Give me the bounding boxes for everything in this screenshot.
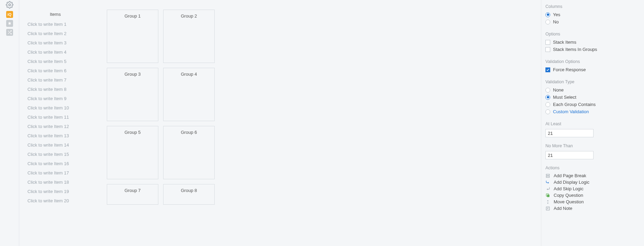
stack-items-in-groups-checkbox[interactable]: Stack Items In Groups (545, 46, 644, 53)
copy-icon (545, 193, 550, 198)
items-header: Items (26, 10, 84, 20)
section-options: Options (545, 32, 644, 36)
validation-each-group-radio[interactable]: Each Group Contains (545, 101, 644, 108)
columns-yes-radio[interactable]: Yes (545, 11, 644, 18)
group-label: Group 4 (181, 72, 197, 121)
group-label: Group 8 (181, 188, 197, 204)
section-actions: Actions (545, 165, 644, 170)
group-box[interactable]: Group 3 (107, 68, 158, 121)
radio-icon (545, 12, 550, 17)
list-item[interactable]: Click to write Item 2 (26, 29, 84, 38)
radio-label: Each Group Contains (553, 102, 596, 107)
list-item[interactable]: Click to write Item 8 (26, 85, 84, 94)
checkbox-label: Force Response (553, 67, 586, 72)
list-item[interactable]: Click to write Item 15 (26, 150, 84, 159)
question-canvas: Items Click to write Item 1 Click to wri… (19, 0, 541, 246)
list-item[interactable]: Click to write Item 19 (26, 187, 84, 196)
force-response-checkbox[interactable]: Force Response (545, 66, 644, 73)
radio-label: None (553, 87, 564, 93)
stack-items-checkbox[interactable]: Stack Items (545, 39, 644, 46)
add-note-button[interactable]: Add Note (545, 205, 644, 212)
section-validation-type: Validation Type (545, 79, 644, 84)
iq-icon[interactable]: iQ (6, 11, 13, 18)
list-item[interactable]: Click to write Item 1 (26, 20, 84, 29)
checkbox-icon (545, 67, 550, 72)
validation-none-radio[interactable]: None (545, 86, 644, 94)
list-item[interactable]: Click to write Item 6 (26, 66, 84, 75)
radio-label: Yes (553, 12, 560, 17)
svg-point-0 (9, 4, 11, 6)
list-item[interactable]: Click to write Item 14 (26, 140, 84, 150)
list-item[interactable]: Click to write Item 7 (26, 75, 84, 85)
svg-rect-2 (546, 176, 549, 178)
settings-panel: Columns Yes No Options Stack Items Stack… (541, 0, 644, 246)
group-box[interactable]: Group 4 (163, 68, 215, 121)
app-root: iQ Items Click to write Item 1 Click to … (0, 0, 644, 246)
add-display-logic-button[interactable]: Add Display Logic (545, 179, 644, 185)
group-label: Group 2 (181, 13, 197, 63)
copy-question-button[interactable]: Copy Question (545, 192, 644, 199)
add-skip-logic-button[interactable]: Add Skip Logic (545, 185, 644, 192)
validation-must-select-radio[interactable]: Must Select (545, 94, 644, 101)
list-item[interactable]: Click to write Item 12 (26, 122, 84, 131)
checkbox-label: Stack Items In Groups (553, 47, 597, 52)
at-least-input[interactable] (545, 129, 594, 137)
section-at-least: At Least (545, 121, 644, 126)
groups-grid: Group 1 Group 2 Group 3 Group 4 Group 5 … (107, 10, 220, 237)
radio-label: Custom Validation (553, 109, 589, 114)
skip-logic-icon (545, 186, 550, 191)
left-icon-rail: iQ (0, 0, 19, 246)
list-item[interactable]: Click to write Item 4 (26, 47, 84, 57)
shuffle-icon[interactable] (6, 29, 13, 36)
radio-icon (545, 20, 550, 24)
group-label: Group 6 (181, 130, 197, 179)
radio-icon (545, 109, 550, 114)
radio-icon (545, 95, 550, 100)
move-question-button[interactable]: Move Question (545, 199, 644, 205)
radio-icon (545, 102, 550, 107)
asterisk-icon[interactable] (6, 20, 13, 27)
section-validation-options: Validation Options (545, 59, 644, 64)
group-box[interactable]: Group 6 (163, 126, 215, 179)
gear-icon[interactable] (5, 1, 14, 9)
list-item[interactable]: Click to write Item 9 (26, 94, 84, 103)
list-item[interactable]: Click to write Item 11 (26, 113, 84, 122)
radio-icon (545, 88, 550, 93)
no-more-than-input[interactable] (545, 151, 594, 159)
move-icon (545, 200, 550, 204)
checkbox-label: Stack Items (553, 40, 576, 45)
group-label: Group 3 (125, 72, 141, 121)
section-columns: Columns (545, 4, 644, 9)
section-no-more-than: No More Than (545, 143, 644, 148)
list-item[interactable]: Click to write Item 13 (26, 131, 84, 140)
list-item[interactable]: Click to write Item 17 (26, 168, 84, 178)
list-item[interactable]: Click to write Item 20 (26, 196, 84, 205)
svg-rect-3 (547, 194, 550, 197)
group-label: Group 7 (125, 188, 141, 204)
group-box[interactable]: Group 7 (107, 184, 158, 205)
checkbox-icon (545, 40, 550, 45)
note-icon (545, 206, 550, 211)
list-item[interactable]: Click to write Item 10 (26, 103, 84, 113)
display-logic-icon (545, 180, 550, 185)
list-item[interactable]: Click to write Item 3 (26, 38, 84, 47)
group-box[interactable]: Group 5 (107, 126, 158, 179)
action-label: Copy Question (554, 193, 583, 198)
columns-no-radio[interactable]: No (545, 18, 644, 25)
group-box[interactable]: Group 2 (163, 10, 215, 63)
list-item[interactable]: Click to write Item 5 (26, 57, 84, 66)
items-panel: Items Click to write Item 1 Click to wri… (26, 10, 84, 205)
page-break-icon (545, 173, 550, 178)
action-label: Move Question (554, 199, 584, 204)
validation-custom-radio[interactable]: Custom Validation (545, 108, 644, 115)
list-item[interactable]: Click to write Item 18 (26, 178, 84, 187)
add-page-break-button[interactable]: Add Page Break (545, 172, 644, 179)
checkbox-icon (545, 47, 550, 52)
group-box[interactable]: Group 1 (107, 10, 158, 63)
action-label: Add Skip Logic (554, 186, 584, 191)
group-label: Group 5 (125, 130, 141, 179)
radio-label: No (553, 19, 559, 24)
svg-rect-1 (546, 174, 549, 175)
list-item[interactable]: Click to write Item 16 (26, 159, 84, 168)
group-box[interactable]: Group 8 (163, 184, 215, 205)
